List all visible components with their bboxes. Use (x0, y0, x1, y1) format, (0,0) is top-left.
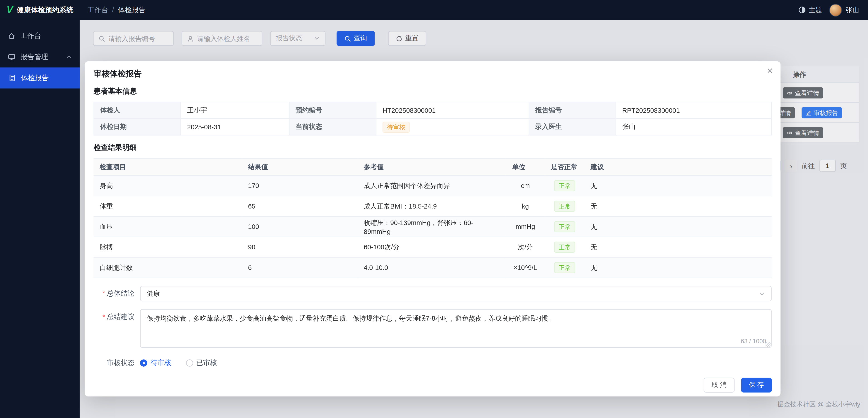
advice-label-text: 总结建议 (107, 312, 134, 322)
cell-item: 血压 (94, 216, 242, 237)
advice-textarea[interactable]: 保持均衡饮食，多吃蔬菜水果，少食高油高盐食物，适量补充蛋白质。保持规律作息，每天… (140, 309, 772, 348)
info-label: 预约编号 (289, 102, 376, 119)
dialog-title: 审核体检报告 (94, 69, 772, 79)
cell-value: 65 (242, 196, 358, 216)
app-title: 健康体检预约系统 (17, 5, 73, 15)
info-label: 体检日期 (94, 119, 181, 135)
advice-form-row: * 总结建议 保持均衡饮食，多吃蔬菜水果，少食高油高盐食物，适量补充蛋白质。保持… (94, 309, 772, 348)
radio-pending[interactable]: 待审核 (140, 358, 172, 368)
sidebar-item-label: 体检报告 (21, 73, 49, 83)
user-name[interactable]: 张山 (846, 5, 859, 15)
patient-section-title: 患者基本信息 (94, 86, 772, 96)
cell-status: 正常 (545, 257, 585, 278)
monitor-icon (8, 53, 16, 61)
sidebar-item-checkup-report[interactable]: 体检报告 (0, 67, 80, 89)
document-icon (8, 74, 16, 82)
info-value-current-status: 待审核 (376, 119, 529, 135)
info-label: 体检人 (94, 102, 181, 119)
required-mark: * (102, 313, 105, 321)
theme-toggle[interactable]: 主题 (798, 5, 822, 15)
dialog-footer: 取 消 保 存 (94, 378, 772, 393)
sidebar-item-label: 工作台 (21, 31, 41, 41)
info-value-patient-name: 王小宇 (181, 102, 289, 119)
cell-item: 白细胞计数 (94, 257, 242, 278)
info-value-doctor: 张山 (616, 119, 771, 135)
close-icon[interactable]: × (767, 66, 773, 76)
column-header: 是否正常 (545, 159, 585, 176)
review-status-row: 审核状态 待审核 已审核 (94, 355, 772, 368)
radio-checked-icon (140, 359, 147, 367)
conclusion-select[interactable]: 健康 (140, 286, 772, 301)
breadcrumb-home[interactable]: 工作台 (88, 5, 108, 15)
conclusion-label-text: 总体结论 (107, 289, 134, 299)
info-label: 录入医生 (529, 119, 616, 135)
result-row: 脉搏 90 60-100次/分 次/分 正常 无 (94, 237, 772, 257)
status-badge-normal: 正常 (554, 242, 575, 253)
sidebar-group-report[interactable]: 报告管理 (0, 46, 80, 67)
advice-label: * 总结建议 (94, 309, 135, 322)
radio-reviewed[interactable]: 已审核 (186, 358, 217, 368)
status-badge-pending: 待审核 (382, 121, 410, 133)
result-row: 身高 170 成人正常范围因个体差异而异 cm 正常 无 (94, 175, 772, 196)
cell-advice: 无 (585, 257, 772, 278)
column-header: 检查项目 (94, 159, 242, 176)
topbar-right: 主题 张山 (798, 4, 868, 16)
cell-value: 90 (242, 237, 358, 257)
breadcrumb-current: 体检报告 (118, 5, 146, 15)
cell-value: 100 (242, 216, 358, 237)
status-badge-normal: 正常 (554, 221, 575, 232)
user-avatar[interactable] (829, 4, 842, 16)
review-report-dialog: × 审核体检报告 患者基本信息 体检人 王小宇 预约编号 HT202508300… (85, 61, 781, 396)
review-status-radio-group: 待审核 已审核 (140, 355, 772, 368)
cell-advice: 无 (585, 175, 772, 196)
conclusion-field: 健康 (140, 286, 772, 301)
patient-info-row: 体检日期 2025-08-31 当前状态 待审核 录入医生 张山 (94, 119, 771, 135)
chevron-down-icon (759, 290, 765, 297)
cell-status: 正常 (545, 175, 585, 196)
required-mark: * (102, 290, 105, 298)
cell-reference: 成人正常范围因个体差异而异 (358, 175, 506, 196)
resize-grip-icon[interactable] (766, 342, 771, 347)
home-icon (8, 32, 16, 40)
top-bar: V 健康体检预约系统 工作台 / 体检报告 主题 张山 (0, 0, 868, 20)
result-row: 白细胞计数 6 4.0-10.0 ×10^9/L 正常 无 (94, 257, 772, 278)
cell-value: 6 (242, 257, 358, 278)
breadcrumb-separator: / (112, 6, 114, 14)
cell-status: 正常 (545, 216, 585, 237)
cell-unit: kg (506, 196, 545, 216)
cell-advice: 无 (585, 216, 772, 237)
result-row: 体重 65 成人正常BMI：18.5-24.9 kg 正常 无 (94, 196, 772, 216)
breadcrumb: 工作台 / 体检报告 (88, 5, 146, 15)
cell-advice: 无 (585, 196, 772, 216)
results-header-row: 检查项目 结果值 参考值 单位 是否正常 建议 (94, 159, 772, 176)
sidebar: 工作台 报告管理 体检报告 (0, 20, 80, 418)
cell-advice: 无 (585, 237, 772, 257)
status-badge-normal: 正常 (554, 201, 575, 212)
cell-reference: 60-100次/分 (358, 237, 506, 257)
status-badge-normal: 正常 (554, 262, 575, 273)
cancel-button[interactable]: 取 消 (704, 378, 735, 393)
save-button[interactable]: 保 存 (741, 378, 772, 393)
review-status-label-text: 审核状态 (107, 358, 134, 368)
results-section-title: 检查结果明细 (94, 143, 772, 152)
theme-contrast-icon (798, 6, 806, 14)
column-header: 建议 (585, 159, 772, 176)
result-row: 血压 100 收缩压：90-139mmHg，舒张压：60-89mmHg mmHg… (94, 216, 772, 237)
conclusion-selected-value: 健康 (147, 289, 160, 299)
conclusion-form-row: * 总体结论 健康 (94, 286, 772, 301)
review-status-label: 审核状态 (94, 355, 135, 368)
radio-reviewed-label: 已审核 (196, 358, 217, 368)
sidebar-item-workbench[interactable]: 工作台 (0, 25, 80, 46)
cell-reference: 收缩压：90-139mmHg，舒张压：60-89mmHg (358, 216, 506, 237)
column-header: 参考值 (358, 159, 506, 176)
cell-status: 正常 (545, 237, 585, 257)
radio-pending-label: 待审核 (151, 358, 172, 368)
cell-unit: cm (506, 175, 545, 196)
cell-status: 正常 (545, 196, 585, 216)
info-value-report-no: RPT202508300001 (616, 102, 771, 119)
conclusion-label: * 总体结论 (94, 289, 135, 299)
column-header: 结果值 (242, 159, 358, 176)
app-logo: V 健康体检预约系统 (0, 4, 80, 15)
sidebar-group-label: 报告管理 (21, 52, 48, 62)
logo-v-icon: V (7, 4, 13, 15)
